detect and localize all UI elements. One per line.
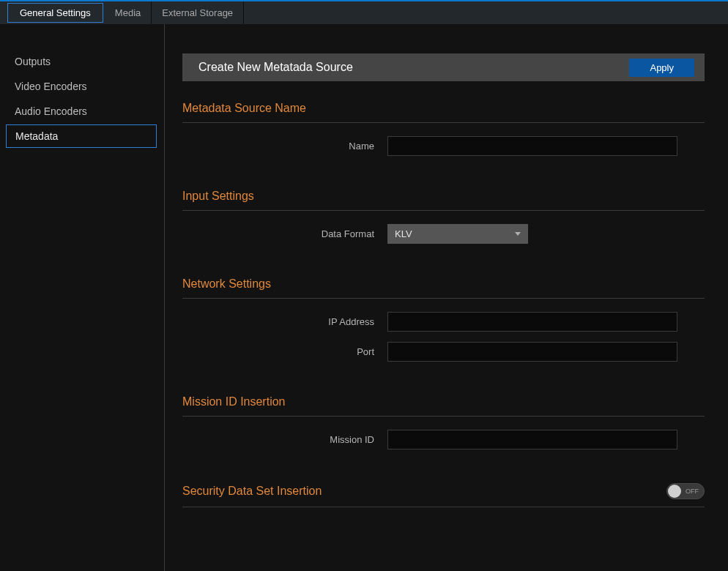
main-panel: Create New Metatada Source Apply Metadat… xyxy=(165,24,728,571)
chevron-down-icon xyxy=(515,232,521,236)
ip-address-label: IP Address xyxy=(182,316,387,327)
toggle-knob-icon xyxy=(668,485,681,498)
section-input-settings: Input Settings Data Format KLV xyxy=(182,190,705,244)
section-security-data-set-insertion: Security Data Set Insertion OFF xyxy=(182,483,705,507)
apply-button[interactable]: Apply xyxy=(629,59,694,77)
panel-header: Create New Metatada Source Apply xyxy=(182,53,705,81)
sidebar: Outputs Video Encoders Audio Encoders Me… xyxy=(0,24,165,571)
section-network-settings: Network Settings IP Address Port xyxy=(182,277,705,362)
tab-general-settings[interactable]: General Settings xyxy=(7,3,103,23)
sidebar-item-audio-encoders[interactable]: Audio Encoders xyxy=(6,100,157,123)
section-title: Metadata Source Name xyxy=(182,102,705,123)
sidebar-item-outputs[interactable]: Outputs xyxy=(6,50,157,73)
security-toggle[interactable]: OFF xyxy=(666,483,705,499)
section-title: Network Settings xyxy=(182,277,705,299)
name-input[interactable] xyxy=(387,136,677,156)
ip-address-input[interactable] xyxy=(387,312,677,332)
tab-media[interactable]: Media xyxy=(105,1,152,24)
port-input[interactable] xyxy=(387,342,677,362)
section-title: Input Settings xyxy=(182,190,705,211)
port-label: Port xyxy=(182,346,387,357)
section-metadata-source-name: Metadata Source Name Name xyxy=(182,102,705,156)
tab-external-storage[interactable]: External Storage xyxy=(152,1,244,24)
mission-id-input[interactable] xyxy=(387,430,677,449)
section-title: Security Data Set Insertion xyxy=(182,485,322,498)
panel-title: Create New Metatada Source xyxy=(198,61,353,74)
section-title: Mission ID Insertion xyxy=(182,395,705,417)
name-label: Name xyxy=(182,141,387,152)
section-mission-id-insertion: Mission ID Insertion Mission ID xyxy=(182,395,705,449)
sidebar-item-video-encoders[interactable]: Video Encoders xyxy=(6,75,157,98)
top-tabs: General Settings Media External Storage xyxy=(0,0,728,24)
toggle-state-label: OFF xyxy=(686,488,699,495)
data-format-select[interactable]: KLV xyxy=(387,224,528,244)
sidebar-item-metadata[interactable]: Metadata xyxy=(6,124,157,148)
data-format-value: KLV xyxy=(395,228,412,239)
mission-id-label: Mission ID xyxy=(182,434,387,445)
data-format-label: Data Format xyxy=(182,228,387,239)
